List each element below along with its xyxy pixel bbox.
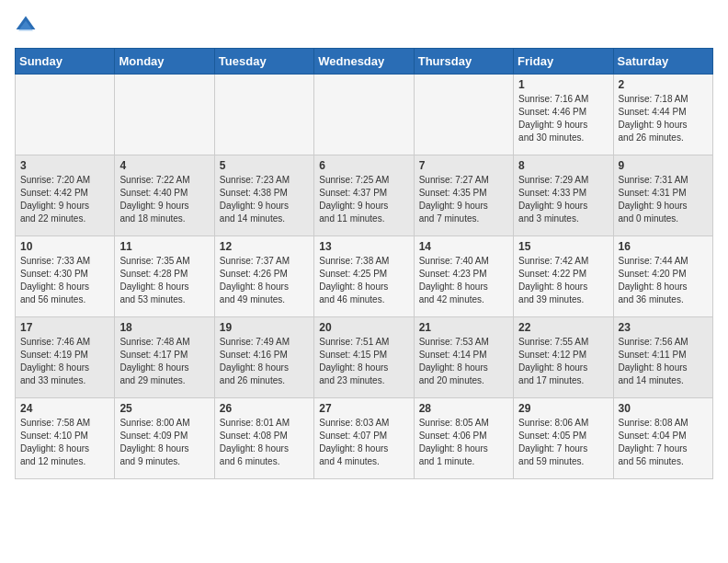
day-number: 25 bbox=[119, 402, 209, 415]
calendar-week-row: 1Sunrise: 7:16 AM Sunset: 4:46 PM Daylig… bbox=[16, 75, 713, 155]
day-info: Sunrise: 8:06 AM Sunset: 4:05 PM Dayligh… bbox=[518, 417, 608, 468]
calendar-day-cell: 29Sunrise: 8:06 AM Sunset: 4:05 PM Dayli… bbox=[514, 398, 613, 479]
day-number: 1 bbox=[518, 78, 608, 91]
calendar-day-cell bbox=[115, 75, 214, 155]
header bbox=[15, 15, 713, 37]
calendar-day-cell: 21Sunrise: 7:53 AM Sunset: 4:14 PM Dayli… bbox=[414, 317, 513, 398]
day-number: 14 bbox=[419, 240, 508, 253]
day-number: 20 bbox=[319, 321, 408, 334]
day-info: Sunrise: 7:35 AM Sunset: 4:28 PM Dayligh… bbox=[119, 255, 209, 306]
day-info: Sunrise: 7:44 AM Sunset: 4:20 PM Dayligh… bbox=[619, 255, 708, 306]
day-number: 24 bbox=[20, 402, 109, 415]
day-number: 21 bbox=[419, 321, 508, 334]
day-number: 28 bbox=[419, 402, 508, 415]
day-info: Sunrise: 7:37 AM Sunset: 4:26 PM Dayligh… bbox=[220, 255, 309, 306]
weekday-header-cell: Thursday bbox=[414, 49, 513, 75]
day-number: 18 bbox=[119, 321, 209, 334]
calendar-day-cell: 20Sunrise: 7:51 AM Sunset: 4:15 PM Dayli… bbox=[314, 317, 414, 398]
calendar-day-cell: 22Sunrise: 7:55 AM Sunset: 4:12 PM Dayli… bbox=[514, 317, 613, 398]
day-number: 22 bbox=[518, 321, 608, 334]
day-number: 30 bbox=[619, 402, 708, 415]
day-info: Sunrise: 7:29 AM Sunset: 4:33 PM Dayligh… bbox=[518, 174, 608, 225]
day-info: Sunrise: 8:03 AM Sunset: 4:07 PM Dayligh… bbox=[319, 417, 408, 468]
day-number: 19 bbox=[220, 321, 309, 334]
day-info: Sunrise: 7:51 AM Sunset: 4:15 PM Dayligh… bbox=[319, 336, 408, 387]
calendar-day-cell: 18Sunrise: 7:48 AM Sunset: 4:17 PM Dayli… bbox=[115, 317, 214, 398]
calendar-day-cell bbox=[16, 75, 115, 155]
calendar-day-cell: 17Sunrise: 7:46 AM Sunset: 4:19 PM Dayli… bbox=[16, 317, 115, 398]
day-info: Sunrise: 7:55 AM Sunset: 4:12 PM Dayligh… bbox=[518, 336, 608, 387]
calendar-day-cell: 9Sunrise: 7:31 AM Sunset: 4:31 PM Daylig… bbox=[613, 155, 712, 236]
weekday-header-cell: Monday bbox=[115, 49, 214, 75]
day-info: Sunrise: 7:49 AM Sunset: 4:16 PM Dayligh… bbox=[220, 336, 309, 387]
day-number: 2 bbox=[619, 78, 708, 91]
day-info: Sunrise: 8:05 AM Sunset: 4:06 PM Dayligh… bbox=[419, 417, 508, 468]
day-info: Sunrise: 8:08 AM Sunset: 4:04 PM Dayligh… bbox=[619, 417, 708, 468]
day-info: Sunrise: 7:31 AM Sunset: 4:31 PM Dayligh… bbox=[619, 174, 708, 225]
day-number: 12 bbox=[220, 240, 309, 253]
calendar-day-cell bbox=[414, 75, 513, 155]
calendar-day-cell: 1Sunrise: 7:16 AM Sunset: 4:46 PM Daylig… bbox=[514, 75, 613, 155]
calendar-body: 1Sunrise: 7:16 AM Sunset: 4:46 PM Daylig… bbox=[16, 75, 713, 479]
day-info: Sunrise: 7:53 AM Sunset: 4:14 PM Dayligh… bbox=[419, 336, 508, 387]
calendar-day-cell: 5Sunrise: 7:23 AM Sunset: 4:38 PM Daylig… bbox=[214, 155, 313, 236]
day-info: Sunrise: 7:58 AM Sunset: 4:10 PM Dayligh… bbox=[20, 417, 109, 468]
day-info: Sunrise: 7:48 AM Sunset: 4:17 PM Dayligh… bbox=[119, 336, 209, 387]
day-info: Sunrise: 7:16 AM Sunset: 4:46 PM Dayligh… bbox=[518, 93, 608, 144]
day-info: Sunrise: 7:40 AM Sunset: 4:23 PM Dayligh… bbox=[419, 255, 508, 306]
calendar-day-cell bbox=[214, 75, 313, 155]
calendar-table: SundayMondayTuesdayWednesdayThursdayFrid… bbox=[15, 48, 713, 479]
day-info: Sunrise: 7:27 AM Sunset: 4:35 PM Dayligh… bbox=[419, 174, 508, 225]
day-number: 17 bbox=[20, 321, 109, 334]
calendar-day-cell: 24Sunrise: 7:58 AM Sunset: 4:10 PM Dayli… bbox=[16, 398, 115, 479]
calendar-day-cell: 19Sunrise: 7:49 AM Sunset: 4:16 PM Dayli… bbox=[214, 317, 313, 398]
day-info: Sunrise: 7:18 AM Sunset: 4:44 PM Dayligh… bbox=[619, 93, 708, 144]
day-number: 9 bbox=[619, 159, 708, 172]
day-number: 29 bbox=[518, 402, 608, 415]
day-info: Sunrise: 7:46 AM Sunset: 4:19 PM Dayligh… bbox=[20, 336, 109, 387]
day-number: 13 bbox=[319, 240, 408, 253]
day-info: Sunrise: 7:22 AM Sunset: 4:40 PM Dayligh… bbox=[119, 174, 209, 225]
calendar-day-cell: 16Sunrise: 7:44 AM Sunset: 4:20 PM Dayli… bbox=[613, 236, 712, 317]
calendar-day-cell: 3Sunrise: 7:20 AM Sunset: 4:42 PM Daylig… bbox=[16, 155, 115, 236]
weekday-header-cell: Saturday bbox=[613, 49, 712, 75]
day-number: 8 bbox=[518, 159, 608, 172]
day-number: 5 bbox=[220, 159, 309, 172]
day-number: 15 bbox=[518, 240, 608, 253]
calendar-week-row: 17Sunrise: 7:46 AM Sunset: 4:19 PM Dayli… bbox=[16, 317, 713, 398]
day-info: Sunrise: 7:56 AM Sunset: 4:11 PM Dayligh… bbox=[619, 336, 708, 387]
calendar-day-cell: 12Sunrise: 7:37 AM Sunset: 4:26 PM Dayli… bbox=[214, 236, 313, 317]
calendar-day-cell: 4Sunrise: 7:22 AM Sunset: 4:40 PM Daylig… bbox=[115, 155, 214, 236]
day-info: Sunrise: 7:42 AM Sunset: 4:22 PM Dayligh… bbox=[518, 255, 608, 306]
weekday-header-cell: Wednesday bbox=[314, 49, 414, 75]
logo bbox=[15, 15, 40, 37]
calendar-day-cell: 28Sunrise: 8:05 AM Sunset: 4:06 PM Dayli… bbox=[414, 398, 513, 479]
day-number: 27 bbox=[319, 402, 408, 415]
calendar-day-cell: 2Sunrise: 7:18 AM Sunset: 4:44 PM Daylig… bbox=[613, 75, 712, 155]
day-number: 11 bbox=[119, 240, 209, 253]
day-info: Sunrise: 7:25 AM Sunset: 4:37 PM Dayligh… bbox=[319, 174, 408, 225]
day-info: Sunrise: 8:00 AM Sunset: 4:09 PM Dayligh… bbox=[119, 417, 209, 468]
calendar-day-cell: 30Sunrise: 8:08 AM Sunset: 4:04 PM Dayli… bbox=[613, 398, 712, 479]
calendar-day-cell: 10Sunrise: 7:33 AM Sunset: 4:30 PM Dayli… bbox=[16, 236, 115, 317]
calendar-day-cell: 6Sunrise: 7:25 AM Sunset: 4:37 PM Daylig… bbox=[314, 155, 414, 236]
weekday-header-cell: Friday bbox=[514, 49, 613, 75]
calendar-day-cell: 27Sunrise: 8:03 AM Sunset: 4:07 PM Dayli… bbox=[314, 398, 414, 479]
day-number: 7 bbox=[419, 159, 508, 172]
calendar-week-row: 24Sunrise: 7:58 AM Sunset: 4:10 PM Dayli… bbox=[16, 398, 713, 479]
calendar-day-cell: 15Sunrise: 7:42 AM Sunset: 4:22 PM Dayli… bbox=[514, 236, 613, 317]
day-number: 3 bbox=[20, 159, 109, 172]
calendar-week-row: 3Sunrise: 7:20 AM Sunset: 4:42 PM Daylig… bbox=[16, 155, 713, 236]
day-info: Sunrise: 7:38 AM Sunset: 4:25 PM Dayligh… bbox=[319, 255, 408, 306]
calendar-week-row: 10Sunrise: 7:33 AM Sunset: 4:30 PM Dayli… bbox=[16, 236, 713, 317]
calendar-day-cell: 25Sunrise: 8:00 AM Sunset: 4:09 PM Dayli… bbox=[115, 398, 214, 479]
day-number: 4 bbox=[119, 159, 209, 172]
calendar-day-cell: 23Sunrise: 7:56 AM Sunset: 4:11 PM Dayli… bbox=[613, 317, 712, 398]
day-number: 10 bbox=[20, 240, 109, 253]
calendar-day-cell: 8Sunrise: 7:29 AM Sunset: 4:33 PM Daylig… bbox=[514, 155, 613, 236]
calendar-day-cell bbox=[314, 75, 414, 155]
weekday-header-row: SundayMondayTuesdayWednesdayThursdayFrid… bbox=[16, 49, 713, 75]
calendar-day-cell: 14Sunrise: 7:40 AM Sunset: 4:23 PM Dayli… bbox=[414, 236, 513, 317]
weekday-header-cell: Sunday bbox=[16, 49, 115, 75]
calendar-day-cell: 26Sunrise: 8:01 AM Sunset: 4:08 PM Dayli… bbox=[214, 398, 313, 479]
